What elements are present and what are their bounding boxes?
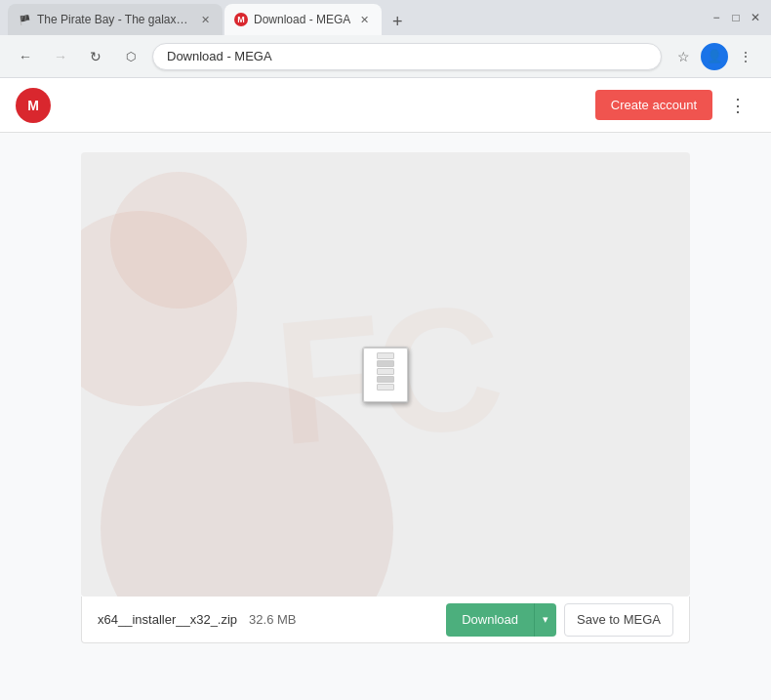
action-buttons: Download ▾ Save to MEGA <box>446 603 673 637</box>
tab2-close-button[interactable]: ✕ <box>356 12 372 27</box>
address-right-icons: ☆ 👤 ⋮ <box>670 43 759 70</box>
title-bar: 🏴 The Pirate Bay - The galaxy's m... ✕ M… <box>0 0 771 35</box>
address-bar: ← → ↻ ⬡ Download - MEGA ☆ 👤 ⋮ <box>0 35 771 78</box>
close-button[interactable]: ✕ <box>748 10 763 25</box>
bookmark-button[interactable]: ☆ <box>670 43 697 70</box>
profile-icon: 👤 <box>707 49 722 63</box>
main-content: FC x64__installer__x32_.zip <box>0 133 771 700</box>
back-button[interactable]: ← <box>12 43 39 70</box>
casting-button[interactable]: ⬡ <box>117 43 144 70</box>
browser-frame: 🏴 The Pirate Bay - The galaxy's m... ✕ M… <box>0 0 771 700</box>
chevron-down-icon: ▾ <box>543 613 548 626</box>
tab2-title: Download - MEGA <box>254 13 350 26</box>
create-account-button[interactable]: Create account <box>595 90 712 120</box>
mega-toolbar: M Create account ⋮ <box>0 78 771 133</box>
profile-button[interactable]: 👤 <box>701 43 728 70</box>
address-input-box[interactable]: Download - MEGA <box>152 43 662 70</box>
download-dropdown-button[interactable]: ▾ <box>534 603 556 637</box>
tab-piratebay[interactable]: 🏴 The Pirate Bay - The galaxy's m... ✕ <box>8 4 223 35</box>
mega-logo-text: M <box>27 98 39 113</box>
reload-button[interactable]: ↻ <box>82 43 109 70</box>
file-name-label: x64__installer__x32_.zip <box>98 612 237 627</box>
tab2-favicon: M <box>234 13 248 26</box>
tab1-title: The Pirate Bay - The galaxy's m... <box>37 13 191 26</box>
mega-logo[interactable]: M <box>16 88 51 123</box>
toolbar-more-button[interactable]: ⋮ <box>720 88 755 123</box>
tab1-close-button[interactable]: ✕ <box>197 12 213 27</box>
tab-mega[interactable]: M Download - MEGA ✕ <box>224 4 382 35</box>
window-controls: − □ ✕ <box>709 10 763 25</box>
tab-bar: 🏴 The Pirate Bay - The galaxy's m... ✕ M… <box>8 0 705 35</box>
maximize-button[interactable]: □ <box>728 10 744 25</box>
file-info-bar: x64__installer__x32_.zip 32.6 MB Downloa… <box>81 597 690 643</box>
save-to-mega-button[interactable]: Save to MEGA <box>564 603 673 637</box>
file-preview-box: FC <box>81 152 690 597</box>
tab1-favicon: 🏴 <box>18 13 31 26</box>
more-options-button[interactable]: ⋮ <box>732 43 759 70</box>
forward-button[interactable]: → <box>47 43 74 70</box>
minimize-button[interactable]: − <box>709 10 724 25</box>
address-text: Download - MEGA <box>167 49 272 63</box>
archive-file-icon <box>362 347 409 403</box>
download-button[interactable]: Download <box>446 603 534 637</box>
file-size-label: 32.6 MB <box>249 612 296 627</box>
new-tab-button[interactable]: + <box>384 8 411 35</box>
